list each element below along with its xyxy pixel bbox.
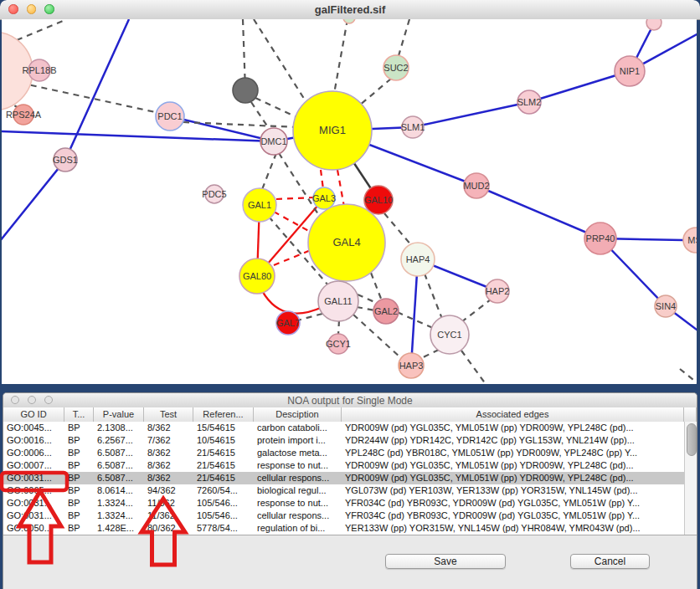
edge-blue — [2, 131, 274, 141]
table-cell: 94/362 — [144, 484, 193, 497]
node-label-DMC1: DMC1 — [260, 136, 286, 146]
network-canvas[interactable]: RPL18BRPS24AGDS1PDC1DMC1MIG1SUC2SLM1SLM2… — [2, 19, 697, 384]
table-row[interactable]: GO:0065...BP8.0614...94/3627260/54...bio… — [3, 484, 684, 497]
save-button[interactable]: Save — [385, 554, 506, 569]
table-cell: 80/362 — [144, 522, 193, 535]
table-cell: 6.5087... — [94, 459, 144, 472]
table-scrollbar[interactable] — [684, 422, 697, 535]
node-label-SLM1: SLM1 — [401, 122, 425, 132]
table-row[interactable]: GO:0050...BP1.428E...80/3625778/54...reg… — [3, 522, 684, 535]
table-row[interactable]: GO:0007...BP6.5087...8/36221/54615respon… — [3, 459, 684, 472]
column-header-4[interactable]: Referen... — [193, 407, 254, 422]
node-label-GCY1: GCY1 — [326, 339, 351, 349]
node-gray-node[interactable] — [233, 78, 258, 103]
node-top-pink[interactable] — [646, 19, 661, 30]
table-cell: 10/54615 — [193, 434, 254, 447]
table-row[interactable]: GO:0031...BP1.3324...11/362105/546...res… — [3, 497, 684, 510]
node-label-GDS1: GDS1 — [53, 155, 78, 165]
table-cell: GO:0031... — [3, 472, 64, 484]
node-label-GAL80: GAL80 — [243, 271, 271, 281]
table-row[interactable]: GO:0006...BP6.5087...8/36221/54615galact… — [3, 447, 684, 459]
node-label-CYC1: CYC1 — [437, 330, 461, 340]
table-cell: YFR034C (pd) YBR093C, YDR009W (pd) YGL03… — [342, 497, 684, 510]
edge-red-dash — [274, 212, 313, 233]
table-cell: GO:0016... — [3, 434, 64, 447]
node-label-GAL7: GAL7 — [276, 318, 300, 328]
table-cell: 11/362 — [144, 510, 193, 522]
table-row[interactable]: GO:0045...BP2.1308...8/36215/54615carbon… — [3, 422, 684, 434]
edge-gray-dash — [384, 213, 412, 246]
table-cell: galactose meta... — [254, 447, 342, 459]
node-label-GAL1: GAL1 — [248, 200, 271, 210]
table-cell: biological regul... — [254, 484, 342, 497]
table-cell: YDR244W (pp) YDR142C, YDR142C (pp) YGL15… — [342, 434, 684, 447]
edge-gray-dash — [358, 79, 391, 106]
table-cell: GO:0031... — [3, 510, 64, 522]
table-cell: YDR009W (pd) YGL035C, YML051W (pp) YDR00… — [342, 422, 684, 434]
scrollbar-thumb[interactable] — [687, 423, 697, 456]
table-cell: 15/54615 — [193, 422, 254, 434]
node-label-GAL4: GAL4 — [332, 236, 360, 248]
table-cell: 21/54615 — [193, 447, 254, 459]
table-cell: GO:0031... — [3, 497, 64, 510]
table-cell: BP — [64, 522, 94, 535]
column-header-0[interactable]: GO ID — [3, 407, 64, 422]
table-cell: 105/546... — [193, 510, 254, 522]
table-cell: 7/362 — [144, 434, 193, 447]
table-cell: 8/362 — [144, 459, 193, 472]
edge-gray-dash — [357, 307, 375, 310]
table-cell: GO:0007... — [3, 459, 64, 472]
table-cell: 6.5087... — [94, 472, 144, 484]
table-cell: YGL073W (pd) YER103W, YER133W (pp) YOR31… — [342, 484, 684, 497]
table-cell: YDR009W (pd) YGL035C, YML051W (pp) YDR00… — [342, 459, 684, 472]
column-header-stub — [684, 407, 697, 422]
table-cell: GO:0045... — [3, 422, 64, 434]
table-cell: GO:0006... — [3, 447, 64, 459]
node-label-SUC2: SUC2 — [383, 63, 408, 73]
table-bottom-border — [3, 535, 697, 535]
node-label-RPL18B: RPL18B — [23, 65, 57, 75]
edge-blue — [600, 238, 697, 332]
network-titlebar[interactable]: galFiltered.sif — [0, 0, 700, 20]
table-row[interactable]: GO:0031...BP6.5087...8/36221/54615cellul… — [3, 472, 684, 484]
table-header: GO IDT...P-valueTestReferen...Desciption… — [3, 407, 697, 423]
edge-red-dash — [337, 170, 344, 207]
column-header-1[interactable]: T... — [64, 407, 94, 422]
table-body: GO:0045...BP2.1308...8/36215/54615carbon… — [3, 422, 684, 535]
table-cell: 2.1308... — [94, 422, 144, 434]
table-row[interactable]: GO:0031...BP1.3324...11/362105/546...cel… — [3, 510, 684, 522]
node-label-HAP4: HAP4 — [406, 254, 430, 264]
column-header-2[interactable]: P-value — [94, 407, 144, 422]
table-cell: YDR009W (pd) YGL035C, YML051W (pp) YDR00… — [342, 472, 684, 484]
noa-window-title: NOA output for Single Mode — [3, 395, 697, 407]
cancel-button[interactable]: Cancel — [570, 554, 650, 569]
table-cell: BP — [64, 497, 94, 510]
screen: galFiltered.sif RPL18BRPS24AGDS1PDC1DMC1… — [0, 0, 700, 589]
node-label-GAL11: GAL11 — [324, 296, 352, 306]
column-header-6[interactable]: Associated edges — [342, 407, 684, 422]
node-top-green[interactable] — [343, 19, 355, 23]
table-cell: 6.2567... — [94, 434, 144, 447]
table-cell: carbon cataboli... — [254, 422, 342, 434]
edge-gray-dash — [261, 153, 276, 192]
column-header-5[interactable]: Desciption — [254, 407, 342, 422]
table-cell: 8/362 — [144, 422, 193, 434]
table-cell: BP — [64, 459, 94, 472]
table-cell: 1.3324... — [94, 510, 144, 522]
table-row[interactable]: GO:0016...BP6.2567...7/36210/54615protei… — [3, 434, 684, 447]
table-cell: BP — [64, 510, 94, 522]
table-cell: cellular respons... — [254, 472, 342, 484]
table-cell: 1.3324... — [94, 497, 144, 510]
table-cell: 11/362 — [144, 497, 193, 510]
column-header-3[interactable]: Test — [144, 407, 193, 422]
table-cell: BP — [64, 472, 94, 484]
noa-titlebar[interactable]: NOA output for Single Mode — [3, 393, 697, 408]
node-label-MSI: MSI — [687, 235, 697, 245]
node-label-SLM2: SLM2 — [517, 97, 542, 107]
edge-gray-dash — [255, 98, 298, 118]
edge-gray-dash — [680, 369, 697, 383]
node-label-PDC1: PDC1 — [157, 111, 182, 121]
table-cell: response to nut... — [254, 459, 342, 472]
table-cell: YPL248C (pd) YBR018C, YML051W (pp) YDR00… — [342, 447, 684, 459]
table-cell: BP — [64, 484, 94, 497]
